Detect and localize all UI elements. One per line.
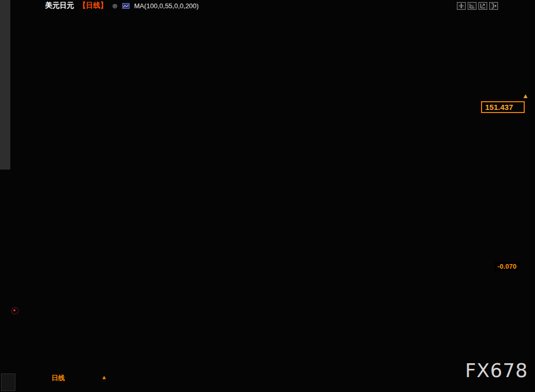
header-toolbar	[457, 2, 498, 10]
axis-bars-icon[interactable]	[468, 2, 476, 10]
mini-chart-icon[interactable]	[122, 3, 130, 9]
export-right-icon[interactable]	[489, 2, 498, 10]
move-crosshair-icon[interactable]	[457, 2, 466, 10]
bottom-left-corner-box	[1, 374, 15, 391]
trading-app-window: 美元日元 【日线】 ⊕ MA(100,0,55,0,0,200) 15	[0, 0, 535, 392]
symbol-title: 美元日元	[45, 1, 74, 10]
axis-play-icon[interactable]	[478, 2, 487, 10]
add-indicator-icon[interactable]: ⊕	[112, 3, 118, 9]
left-sidebar	[0, 0, 10, 170]
price-chart-canvas[interactable]	[0, 0, 535, 392]
chart-header: 美元日元 【日线】 ⊕ MA(100,0,55,0,0,200)	[10, 0, 535, 11]
macd-last-value: -0.070	[497, 263, 516, 270]
period-label[interactable]: 日线	[51, 374, 65, 383]
period-arrow-icon[interactable]: ▲	[101, 374, 107, 380]
x-axis-date-row: 日线 ▲	[0, 372, 535, 383]
watermark: FX678	[465, 360, 528, 382]
period-tag: 【日线】	[79, 1, 107, 10]
current-price-tag[interactable]: 151.437	[481, 101, 525, 113]
current-price-value: 151.437	[485, 103, 513, 111]
macd-last-value-tag: -0.070	[495, 262, 519, 271]
ma-formula: MA(100,0,55,0,0,200)	[134, 2, 199, 10]
price-pin-icon[interactable]: ▲	[522, 92, 529, 100]
alert-dot-icon[interactable]	[11, 307, 19, 314]
